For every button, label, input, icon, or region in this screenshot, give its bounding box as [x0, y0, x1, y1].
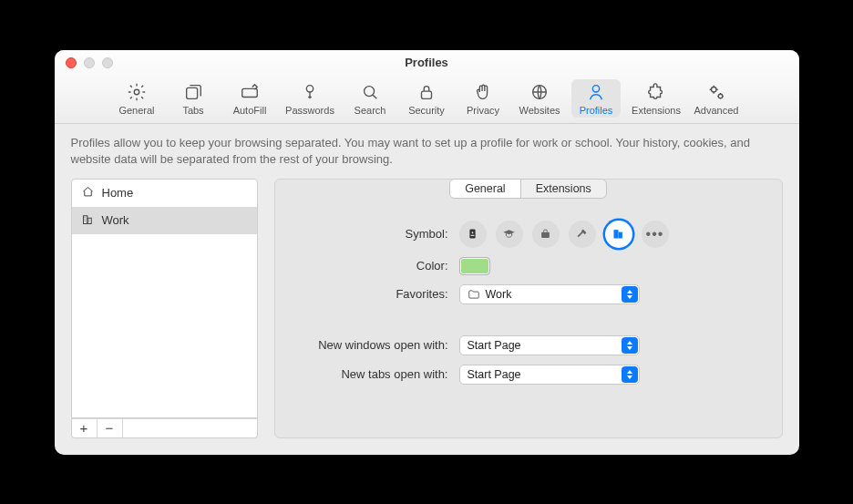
profile-detail-panel: General Extensions Symbol:	[274, 179, 783, 438]
settings-window: Profiles General Tabs AutoFill	[55, 50, 799, 455]
preferences-toolbar: General Tabs AutoFill Passwords	[55, 76, 799, 123]
chevron-updown-icon	[622, 286, 638, 303]
color-swatch[interactable]	[459, 257, 490, 275]
symbol-more-button[interactable]: •••	[642, 221, 669, 248]
window-title: Profiles	[55, 56, 799, 69]
lock-icon	[416, 81, 437, 103]
description-text: Profiles allow you to keep your browsing…	[71, 135, 783, 168]
person-icon	[585, 81, 607, 103]
toolbar-label: Profiles	[580, 105, 613, 116]
svg-rect-17	[619, 232, 622, 239]
new-windows-select[interactable]: Start Page	[459, 335, 640, 355]
key-icon	[299, 81, 321, 103]
svg-rect-11	[87, 218, 90, 223]
svg-point-3	[306, 85, 313, 91]
hand-icon	[472, 81, 494, 103]
svg-rect-1	[187, 87, 198, 98]
pencil-icon	[239, 81, 261, 103]
svg-point-4	[365, 86, 375, 96]
toolbar-passwords[interactable]: Passwords	[282, 79, 338, 118]
house-icon	[81, 185, 95, 201]
profiles-sidebar: Home Work + −	[71, 179, 258, 438]
gears-icon	[705, 81, 727, 103]
profile-row-home[interactable]: Home	[72, 180, 257, 207]
symbol-hammer[interactable]	[569, 221, 596, 248]
globe-icon	[529, 81, 550, 103]
toolbar-label: Passwords	[285, 105, 334, 116]
symbol-picker: •••	[459, 221, 762, 248]
chevron-updown-icon	[622, 366, 638, 383]
toolbar-label: Websites	[519, 105, 560, 116]
new-windows-label: New windows open with:	[295, 338, 459, 352]
profile-row-work[interactable]: Work	[72, 207, 257, 234]
profile-form: Symbol:	[295, 221, 762, 385]
toolbar-label: Advanced	[694, 105, 739, 116]
svg-rect-5	[422, 91, 432, 98]
tabs-icon	[182, 81, 204, 103]
folder-icon	[468, 288, 480, 301]
svg-rect-12	[469, 230, 475, 239]
toolbar-label: Tabs	[182, 105, 203, 116]
svg-point-0	[134, 89, 139, 95]
svg-rect-10	[83, 216, 87, 224]
svg-rect-15	[541, 232, 550, 238]
svg-point-7	[592, 85, 599, 91]
svg-rect-14	[471, 235, 475, 236]
new-tabs-select[interactable]: Start Page	[459, 365, 640, 385]
symbol-graduation-cap[interactable]	[496, 221, 523, 248]
toolbar-security[interactable]: Security	[402, 79, 451, 118]
gear-icon	[126, 81, 148, 103]
svg-point-8	[712, 87, 717, 92]
tab-extensions[interactable]: Extensions	[520, 180, 606, 198]
toolbar-label: AutoFill	[233, 105, 267, 116]
toolbar-general[interactable]: General	[112, 79, 161, 118]
detail-tabs: General Extensions	[449, 179, 607, 199]
profiles-list: Home Work	[71, 179, 258, 418]
favorites-select[interactable]: Work	[459, 284, 640, 304]
content-area: Profiles allow you to keep your browsing…	[55, 124, 799, 455]
toolbar-search[interactable]: Search	[345, 79, 395, 118]
buildings-icon	[81, 212, 95, 229]
toolbar-label: General	[118, 105, 154, 116]
symbol-label: Symbol:	[295, 227, 459, 241]
toolbar-advanced[interactable]: Advanced	[692, 79, 741, 118]
chevron-updown-icon	[622, 337, 638, 354]
symbol-id-badge[interactable]	[459, 221, 487, 248]
search-icon	[359, 81, 381, 103]
toolbar-label: Extensions	[632, 105, 681, 116]
symbol-buildings[interactable]	[605, 221, 632, 248]
symbol-briefcase[interactable]	[532, 221, 560, 248]
toolbar-label: Privacy	[467, 105, 499, 116]
svg-rect-2	[242, 88, 258, 97]
new-tabs-label: New tabs open with:	[295, 367, 459, 381]
profiles-list-footer: + −	[71, 418, 258, 438]
toolbar-websites[interactable]: Websites	[515, 79, 564, 118]
svg-point-13	[472, 232, 474, 234]
new-tabs-value: Start Page	[468, 368, 521, 381]
titlebar: Profiles General Tabs AutoFill	[55, 50, 799, 124]
profile-label: Work	[102, 213, 129, 227]
tab-general[interactable]: General	[450, 180, 519, 198]
toolbar-autofill[interactable]: AutoFill	[225, 79, 274, 118]
profile-label: Home	[102, 186, 134, 200]
toolbar-label: Search	[355, 105, 386, 116]
add-profile-button[interactable]: +	[72, 419, 98, 437]
toolbar-tabs[interactable]: Tabs	[169, 79, 218, 118]
remove-profile-button[interactable]: −	[98, 419, 123, 437]
puzzle-icon	[645, 81, 667, 103]
toolbar-label: Security	[408, 105, 445, 116]
svg-rect-16	[614, 231, 619, 239]
toolbar-privacy[interactable]: Privacy	[458, 79, 508, 118]
color-label: Color:	[295, 259, 459, 273]
toolbar-profiles[interactable]: Profiles	[571, 79, 621, 118]
new-windows-value: Start Page	[468, 339, 521, 352]
favorites-label: Favorites:	[295, 287, 459, 301]
favorites-value: Work	[486, 288, 512, 301]
toolbar-extensions[interactable]: Extensions	[628, 79, 684, 118]
